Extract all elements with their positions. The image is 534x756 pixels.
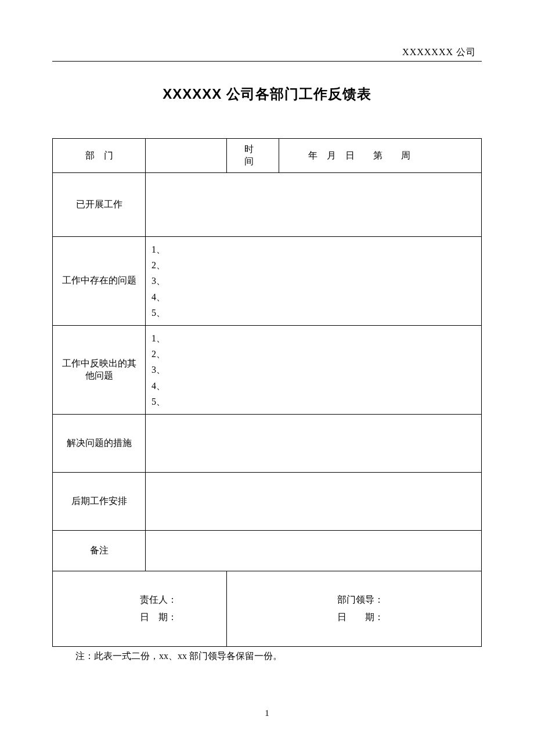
other-issue-item: 3、 bbox=[151, 362, 475, 377]
label-work-done: 已开展工作 bbox=[53, 173, 146, 237]
header-rule bbox=[52, 61, 482, 62]
feedback-form-table: 部 门 时 间 年 月 日 第 周 已开展工作 工作中存在的问题 1、 2、 3… bbox=[52, 138, 482, 647]
date-label-right: 日 期： bbox=[337, 609, 475, 626]
issue-item: 4、 bbox=[151, 289, 475, 305]
value-department bbox=[146, 139, 227, 173]
other-issue-item: 4、 bbox=[151, 378, 475, 394]
date-line-text: 年 月 日 第 周 bbox=[285, 150, 410, 162]
footnote: 注：此表一式二份，xx、xx 部门领导各保留一份。 bbox=[52, 650, 482, 663]
signature-right-cell: 部门领导： 日 期： bbox=[227, 571, 482, 646]
header-company: XXXXXXX 公司 bbox=[52, 46, 482, 59]
row-measures: 解决问题的措施 bbox=[53, 414, 482, 472]
value-issues: 1、 2、 3、 4、 5、 bbox=[146, 237, 482, 326]
value-remarks bbox=[146, 530, 482, 571]
label-future-plan: 后期工作安排 bbox=[53, 472, 146, 530]
row-dept-time: 部 门 时 间 年 月 日 第 周 bbox=[53, 139, 482, 173]
row-remarks: 备注 bbox=[53, 530, 482, 571]
issue-item: 2、 bbox=[151, 257, 475, 273]
signature-left-cell: 责任人： 日 期： bbox=[53, 571, 227, 646]
other-issue-item: 1、 bbox=[151, 330, 475, 346]
row-issues: 工作中存在的问题 1、 2、 3、 4、 5、 bbox=[53, 237, 482, 326]
row-work-done: 已开展工作 bbox=[53, 173, 482, 237]
document-title: XXXXXX 公司各部门工作反馈表 bbox=[52, 85, 482, 103]
value-future-plan bbox=[146, 472, 482, 530]
issue-item: 1、 bbox=[151, 242, 475, 257]
date-label-left: 日 期： bbox=[140, 609, 221, 626]
value-date: 年 月 日 第 周 bbox=[279, 139, 482, 173]
responsible-label: 责任人： bbox=[140, 591, 221, 609]
value-work-done bbox=[146, 173, 482, 237]
row-future-plan: 后期工作安排 bbox=[53, 472, 482, 530]
label-measures: 解决问题的措施 bbox=[53, 414, 146, 472]
leader-label: 部门领导： bbox=[337, 591, 475, 609]
label-other-issues: 工作中反映出的其他问题 bbox=[53, 325, 146, 414]
issue-item: 3、 bbox=[151, 273, 475, 289]
value-other-issues: 1、 2、 3、 4、 5、 bbox=[146, 325, 482, 414]
label-department: 部 门 bbox=[53, 139, 146, 173]
issue-item: 5、 bbox=[151, 305, 475, 321]
other-issue-item: 5、 bbox=[151, 394, 475, 409]
label-time: 时 间 bbox=[227, 139, 279, 173]
value-measures bbox=[146, 414, 482, 472]
label-remarks: 备注 bbox=[53, 530, 146, 571]
row-signatures: 责任人： 日 期： 部门领导： 日 期： bbox=[53, 571, 482, 646]
row-other-issues: 工作中反映出的其他问题 1、 2、 3、 4、 5、 bbox=[53, 325, 482, 414]
other-issue-item: 2、 bbox=[151, 346, 475, 362]
label-issues: 工作中存在的问题 bbox=[53, 237, 146, 326]
page-number: 1 bbox=[0, 708, 534, 718]
